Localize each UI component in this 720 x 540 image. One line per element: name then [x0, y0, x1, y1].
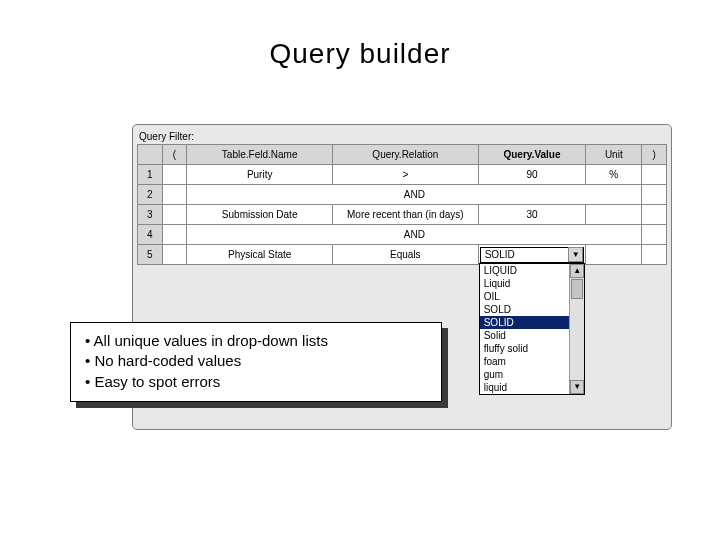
dropdown-option[interactable]: fluffy solid [480, 342, 570, 355]
row-number: 1 [138, 165, 163, 185]
dropdown-option[interactable]: SOLD [480, 303, 570, 316]
chevron-down-icon[interactable]: ▼ [568, 247, 583, 262]
dropdown-option[interactable]: gum [480, 368, 570, 381]
dropdown-option[interactable]: Liquid [480, 277, 570, 290]
callout-bullet: • All unique values in drop-down lists [85, 331, 427, 351]
value-cell[interactable]: 30 [478, 205, 586, 225]
field-cell[interactable]: Purity [187, 165, 333, 185]
dropdown-option[interactable]: LIQUID [480, 264, 570, 277]
scroll-thumb[interactable] [571, 279, 583, 299]
field-cell[interactable]: Submission Date [187, 205, 333, 225]
table-row[interactable]: 3 Submission Date More recent than (in d… [138, 205, 667, 225]
header-rparen: ) [642, 145, 667, 165]
header-row: ( Table.Feld.Name Query.Relation Query.V… [138, 145, 667, 165]
relation-cell[interactable]: Equals [333, 245, 479, 265]
header-lparen: ( [162, 145, 187, 165]
row-number: 2 [138, 185, 163, 205]
query-table: ( Table.Feld.Name Query.Relation Query.V… [137, 144, 667, 265]
header-field: Table.Feld.Name [187, 145, 333, 165]
unit-cell[interactable] [586, 205, 642, 225]
callout-bullet: • Easy to spot errors [85, 372, 427, 392]
table-row[interactable]: 1 Purity > 90 % [138, 165, 667, 185]
row-number: 5 [138, 245, 163, 265]
dropdown-list[interactable]: LIQUIDLiquidOILSOLDSOLIDSolidfluffy soli… [479, 263, 586, 395]
filter-label: Query Filter: [133, 125, 671, 144]
dropdown-selected-text: SOLID [485, 249, 515, 260]
header-unit: Unit [586, 145, 642, 165]
and-operator[interactable]: AND [187, 225, 642, 245]
value-dropdown[interactable]: SOLID ▼ [480, 247, 585, 263]
scroll-down-icon[interactable]: ▼ [570, 380, 584, 394]
scroll-up-icon[interactable]: ▲ [570, 264, 584, 278]
table-row[interactable]: 2 AND [138, 185, 667, 205]
row-number: 4 [138, 225, 163, 245]
callout-box: • All unique values in drop-down lists •… [70, 322, 442, 402]
and-operator[interactable]: AND [187, 185, 642, 205]
dropdown-option[interactable]: SOLID [480, 316, 570, 329]
row-number: 3 [138, 205, 163, 225]
table-row[interactable]: 5 Physical State Equals SOLID ▼ LIQUIDLi… [138, 245, 667, 265]
callout-bullet: • No hard-coded values [85, 351, 427, 371]
header-value: Query.Value [478, 145, 586, 165]
field-cell[interactable]: Physical State [187, 245, 333, 265]
dropdown-option[interactable]: liquid [480, 381, 570, 394]
relation-cell[interactable]: > [333, 165, 479, 185]
value-cell[interactable]: 90 [478, 165, 586, 185]
header-relation: Query.Relation [333, 145, 479, 165]
table-row[interactable]: 4 AND [138, 225, 667, 245]
page-title: Query builder [0, 38, 720, 70]
dropdown-option[interactable]: foam [480, 355, 570, 368]
unit-cell[interactable]: % [586, 165, 642, 185]
relation-cell[interactable]: More recent than (in days) [333, 205, 479, 225]
dropdown-option[interactable]: OIL [480, 290, 570, 303]
dropdown-option[interactable]: Solid [480, 329, 570, 342]
scrollbar[interactable]: ▲ ▼ [569, 264, 584, 394]
